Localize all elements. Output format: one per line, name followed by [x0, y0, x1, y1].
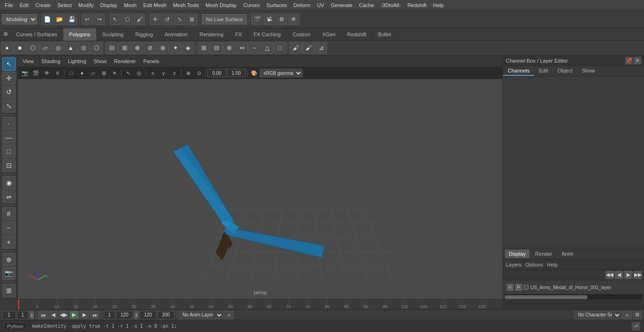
range-end-field[interactable]: [140, 311, 157, 319]
sphere-icon-btn[interactable]: ●: [1, 42, 13, 54]
timeline-ruler[interactable]: 1 5 10 15 20 25 30 35 40 45 50 55 60 65 …: [18, 300, 503, 310]
vp-sel-btn[interactable]: ↖: [123, 68, 133, 78]
anim-settings-btn[interactable]: ⚙: [633, 311, 642, 319]
render-settings-btn[interactable]: ⚙: [276, 14, 287, 25]
uv-mode-btn[interactable]: ⊡: [2, 159, 16, 172]
command-line[interactable]: makeIdentity -apply true -t 1 -r 1 -s 1 …: [28, 324, 630, 329]
playback-end-field[interactable]: [116, 311, 133, 319]
cmd-enter-btn[interactable]: ⏎: [632, 322, 640, 331]
layer-tb-btn3[interactable]: ▶: [624, 271, 633, 279]
plane-icon-btn[interactable]: ▱: [39, 42, 51, 54]
play-btn[interactable]: ▶: [69, 311, 79, 319]
layer-tb-btn1[interactable]: ◀◀: [605, 271, 614, 279]
layer-visibility-btn[interactable]: V: [507, 284, 513, 291]
tab-curves-surfaces[interactable]: Curves / Surfaces: [10, 28, 63, 40]
soft-sel-btn[interactable]: ◉: [2, 176, 16, 189]
scale-mode-btn[interactable]: ⤡: [2, 99, 16, 113]
menu-file[interactable]: File: [2, 1, 16, 9]
triangulate-icon-btn[interactable]: △: [261, 42, 273, 54]
layers-menu[interactable]: Layers: [506, 262, 521, 267]
tab-left-icon[interactable]: ⚙: [1, 28, 10, 40]
tab-bullet[interactable]: Bullet: [372, 28, 397, 40]
options-menu[interactable]: Options: [525, 262, 543, 267]
tab-custom[interactable]: Custom: [287, 28, 317, 40]
tab-fxcaching[interactable]: FX Caching: [248, 28, 287, 40]
tab-fx[interactable]: FX: [230, 28, 248, 40]
menu-uv[interactable]: UV: [314, 1, 327, 9]
layer-tab-display[interactable]: Display: [505, 250, 529, 258]
vp-menu-show[interactable]: Show: [92, 57, 109, 65]
layer-playback-btn[interactable]: P: [515, 284, 522, 291]
layer-scrollbar-thumb[interactable]: [505, 295, 587, 299]
no-char-set-dropdown[interactable]: No Character Set: [574, 311, 621, 319]
tab-redshift[interactable]: Redshift: [342, 28, 372, 40]
menu-mesh-display[interactable]: Mesh Display: [203, 1, 239, 9]
vp-y-btn[interactable]: y: [158, 68, 169, 78]
tab-animation[interactable]: Animation: [159, 28, 194, 40]
combine-icon-btn[interactable]: ⊞: [198, 42, 210, 54]
menu-3dtool[interactable]: -3DtoAll-: [378, 1, 404, 9]
camera-btn[interactable]: 📷: [2, 267, 16, 280]
softedit-icon-btn[interactable]: ⊿: [315, 42, 327, 54]
edge-mode-btn[interactable]: —: [2, 131, 16, 144]
tab-object[interactable]: Object: [553, 66, 577, 76]
live-surface-btn[interactable]: No Live Surface: [202, 14, 247, 24]
menu-help[interactable]: Help: [430, 1, 447, 9]
show-manip-btn[interactable]: ⊕: [2, 253, 16, 266]
menu-redshift[interactable]: Redshift: [405, 1, 429, 9]
lasso-btn[interactable]: ⬡: [122, 14, 133, 25]
viewport-canvas[interactable]: x y z persp: [18, 67, 503, 299]
tab-edit[interactable]: Edit: [534, 66, 553, 76]
transform-btn[interactable]: ⊞: [186, 14, 198, 25]
go-start-btn[interactable]: ⏮: [38, 311, 48, 319]
torus-icon-btn[interactable]: ◎: [52, 42, 64, 54]
python-label[interactable]: Python: [4, 322, 26, 331]
paintvert-icon-btn[interactable]: 🖌: [302, 42, 314, 54]
no-anim-layer-dropdown[interactable]: No Anim Layer: [179, 311, 223, 319]
snap-curve-btn[interactable]: ~: [2, 221, 16, 235]
vp-menu-view[interactable]: View: [21, 57, 36, 65]
snap-point-btn[interactable]: +: [2, 235, 16, 249]
char-set-btn[interactable]: +: [622, 311, 632, 319]
menu-deform[interactable]: Deform: [290, 1, 313, 9]
vertex-mode-btn[interactable]: ·: [2, 117, 16, 130]
menu-curves[interactable]: Curves: [240, 1, 263, 9]
vp-x-btn[interactable]: x: [148, 68, 158, 78]
play-back-btn[interactable]: ◀▶: [59, 311, 68, 319]
face-mode-btn[interactable]: □: [2, 145, 16, 158]
select-tool-btn[interactable]: ↖: [109, 14, 121, 25]
render-seq-btn[interactable]: 📽: [264, 14, 275, 25]
append-icon-btn[interactable]: ⊕: [131, 42, 143, 54]
layer-tab-anim[interactable]: Anim: [558, 250, 577, 258]
tab-rendering[interactable]: Rendering: [194, 28, 230, 40]
vp-snap-btn[interactable]: ⊕: [183, 68, 193, 78]
bridge-icon-btn[interactable]: ⊞: [118, 42, 131, 54]
render-preview-btn[interactable]: 👁: [288, 14, 299, 25]
menu-edit[interactable]: Edit: [17, 1, 32, 9]
go-end-btn[interactable]: ⏭: [90, 311, 99, 319]
select-mode-btn[interactable]: ↖: [2, 57, 16, 71]
cylinder-icon-btn[interactable]: ⬡: [26, 42, 39, 54]
tab-rigging[interactable]: Rigging: [130, 28, 159, 40]
menu-surfaces[interactable]: Surfaces: [264, 1, 289, 9]
vp-z-btn[interactable]: z: [169, 68, 180, 78]
boolean-icon-btn[interactable]: ⊕: [223, 42, 235, 54]
prim8-icon-btn[interactable]: ⬡: [90, 42, 102, 54]
mirror-icon-btn[interactable]: ⇔: [236, 42, 248, 54]
paintskn-icon-btn[interactable]: 🖌: [289, 42, 302, 54]
render-btn[interactable]: 🎬: [251, 14, 263, 25]
tab-channels[interactable]: Channels: [503, 66, 534, 76]
anim-layer-add-btn[interactable]: +: [224, 311, 234, 319]
smooth-icon-btn[interactable]: ~: [248, 42, 261, 54]
vp-menu-renderer[interactable]: Renderer: [112, 57, 138, 65]
undo-btn[interactable]: ↩: [82, 14, 93, 25]
extrude-icon-btn[interactable]: ⊟: [106, 42, 118, 54]
layer-tb-btn4[interactable]: ▶▶: [634, 271, 642, 279]
fps-field[interactable]: [157, 311, 174, 319]
rp-pin-btn[interactable]: 📌: [625, 57, 633, 65]
vp-scale-field[interactable]: [227, 69, 246, 77]
layer-tb-btn2[interactable]: ◀: [615, 271, 623, 279]
rp-close-btn[interactable]: ✕: [634, 57, 641, 65]
menu-mesh[interactable]: Mesh: [121, 1, 140, 9]
tab-show[interactable]: Show: [577, 66, 600, 76]
